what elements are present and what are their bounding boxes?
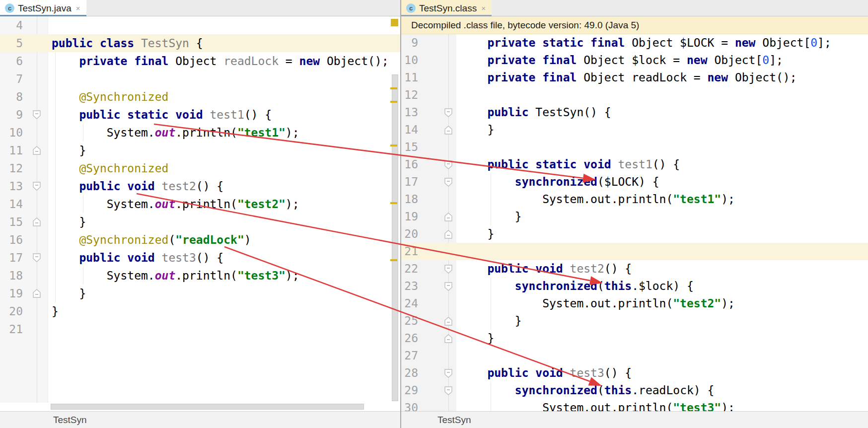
code-line: 13 public void test2() {: [0, 177, 400, 195]
line-number: 13: [401, 104, 418, 121]
line-number: 11: [401, 69, 418, 86]
code-text: }: [460, 121, 494, 139]
changed-lines-marker[interactable]: [390, 202, 397, 204]
fold-start-icon[interactable]: [444, 369, 452, 380]
line-number: 22: [401, 260, 418, 278]
code-text: private final Object readLock = new Obje…: [460, 69, 797, 86]
right-editor-pane: c TestSyn.class × Decompiled .class file…: [401, 0, 868, 428]
changed-lines-marker[interactable]: [390, 101, 397, 103]
code-text: @Synchronized: [52, 88, 168, 106]
line-number: 10: [0, 124, 23, 142]
code-line: 21: [0, 320, 400, 338]
fold-start-icon[interactable]: [33, 110, 41, 121]
code-line: 11 }: [0, 142, 400, 159]
code-line: 19 }: [401, 208, 868, 225]
breadcrumb-item-class[interactable]: TestSyn: [437, 415, 471, 426]
right-breadcrumb-bar: TestSyn: [401, 411, 868, 428]
code-text: System.out.println("test2");: [52, 195, 299, 213]
line-number: 13: [0, 177, 23, 195]
fold-start-icon[interactable]: [444, 178, 452, 189]
line-number: 12: [0, 159, 23, 177]
line-number: 23: [401, 278, 418, 295]
fold-end-icon[interactable]: [444, 317, 452, 328]
right-tab-strip: c TestSyn.class ×: [401, 0, 868, 16]
code-line: 18 System.out.println("test1");: [401, 191, 868, 208]
code-line: 20 }: [401, 225, 868, 243]
code-text: System.out.println("test3");: [52, 267, 299, 285]
code-line: 14 System.out.println("test2");: [0, 195, 400, 213]
code-line: 7: [0, 70, 400, 88]
code-text: }: [52, 142, 86, 159]
line-number: 9: [0, 106, 23, 124]
code-text: synchronized(this.$lock) {: [460, 278, 694, 295]
fold-start-icon[interactable]: [444, 386, 452, 397]
line-number: 20: [401, 225, 418, 243]
code-line: 24 System.out.println("test2");: [401, 295, 868, 312]
code-line: 22 public void test2() {: [401, 260, 868, 278]
code-text: public static void test1() {: [460, 156, 680, 173]
fold-start-icon[interactable]: [444, 265, 452, 276]
tab-title: TestSyn.class: [419, 3, 477, 14]
code-line: 16 @Synchronized("readLock"): [0, 231, 400, 249]
code-text: private final Object readLock = new Obje…: [52, 52, 389, 70]
code-line: 5public class TestSyn {: [0, 34, 400, 52]
line-number: 7: [0, 70, 23, 88]
line-number: 9: [401, 34, 418, 52]
decompiled-class-editor[interactable]: 9 private static final Object $LOCK = ne…: [401, 34, 868, 411]
changed-lines-marker[interactable]: [390, 259, 397, 261]
changed-lines-marker[interactable]: [390, 144, 397, 146]
line-number: 19: [0, 285, 23, 302]
line-number: 21: [401, 243, 418, 260]
line-number: 27: [401, 347, 418, 364]
inspection-status-square[interactable]: [391, 19, 398, 26]
code-line: 18 System.out.println("test3");: [0, 267, 400, 285]
code-line: 15: [401, 139, 868, 156]
code-text: }: [52, 302, 59, 320]
close-icon[interactable]: ×: [481, 4, 486, 12]
fold-end-icon[interactable]: [444, 334, 452, 345]
changed-lines-marker[interactable]: [390, 87, 397, 89]
fold-start-icon[interactable]: [33, 182, 41, 193]
horizontal-scrollbar-thumb[interactable]: [51, 404, 364, 410]
left-editor-pane: c TestSyn.java × 45public class TestSyn …: [0, 0, 400, 428]
fold-end-icon[interactable]: [444, 126, 452, 137]
vertical-scrollbar-thumb[interactable]: [392, 74, 398, 401]
code-text: public void test3() {: [52, 249, 223, 267]
line-number: 26: [401, 330, 418, 347]
fold-start-icon[interactable]: [444, 160, 452, 171]
code-line: 17 synchronized($LOCK) {: [401, 173, 868, 191]
line-number: 19: [401, 208, 418, 225]
fold-end-icon[interactable]: [444, 230, 452, 241]
fold-end-icon[interactable]: [444, 213, 452, 223]
left-tab-strip: c TestSyn.java ×: [0, 0, 400, 16]
close-icon[interactable]: ×: [76, 4, 80, 12]
line-number: 29: [401, 382, 418, 399]
fold-end-icon[interactable]: [33, 217, 41, 228]
horizontal-scrollbar[interactable]: [0, 403, 400, 411]
tab-testsyn-java[interactable]: c TestSyn.java ×: [0, 0, 86, 16]
java-source-editor[interactable]: 45public class TestSyn {6 private final …: [0, 16, 400, 403]
code-line: 6 private final Object readLock = new Ob…: [0, 52, 400, 70]
line-number: 12: [401, 86, 418, 104]
line-number: 24: [401, 295, 418, 312]
code-line: 25 }: [401, 312, 868, 330]
code-text: public void test2() {: [52, 177, 223, 195]
fold-start-icon[interactable]: [33, 253, 41, 264]
code-text: public void test3() {: [460, 364, 632, 382]
breadcrumb-item-class[interactable]: TestSyn: [53, 415, 87, 426]
code-text: }: [52, 285, 86, 302]
line-number: 21: [0, 320, 23, 338]
code-text: synchronized($LOCK) {: [460, 173, 659, 191]
fold-end-icon[interactable]: [33, 146, 41, 157]
line-number: 16: [0, 231, 23, 249]
fold-start-icon[interactable]: [444, 282, 452, 293]
ide-window: c TestSyn.java × 45public class TestSyn …: [0, 0, 868, 428]
fold-start-icon[interactable]: [444, 108, 452, 119]
code-text: System.out.println("test1");: [52, 124, 299, 142]
code-text: @Synchronized: [52, 159, 168, 177]
code-text: private static final Object $LOCK = new …: [460, 34, 831, 52]
code-text: }: [460, 330, 494, 347]
code-text: public static void test1() {: [52, 106, 272, 124]
fold-end-icon[interactable]: [33, 289, 41, 300]
tab-testsyn-class[interactable]: c TestSyn.class ×: [401, 0, 492, 16]
